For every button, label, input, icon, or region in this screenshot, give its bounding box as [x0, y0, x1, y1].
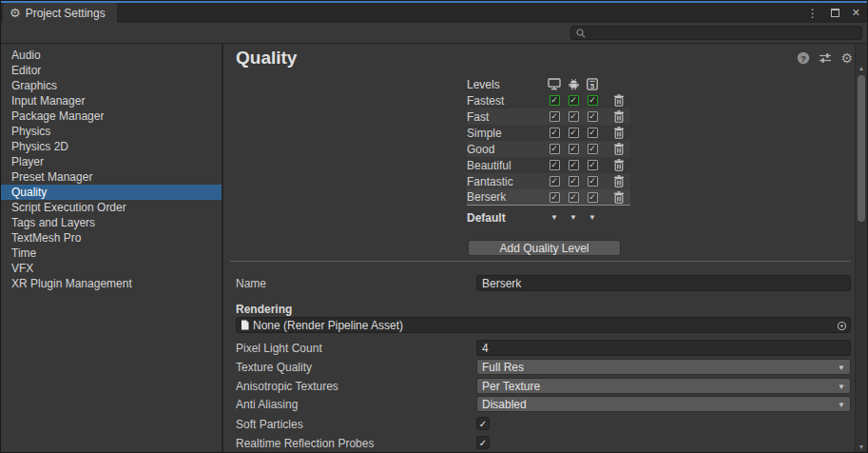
default-dropdown-webgl[interactable]: ▼	[588, 213, 596, 222]
sidebar-item[interactable]: Physics 2D	[1, 139, 222, 154]
quality-level-name[interactable]: Simple	[467, 127, 502, 140]
sidebar-item[interactable]: Time	[1, 246, 222, 261]
realtime-reflection-probes-checkbox[interactable]: ✓	[476, 436, 490, 449]
content-area: Audio Editor Graphics Input Manager Pack…	[1, 44, 867, 453]
platform-checkbox-android[interactable]: ✓	[569, 128, 579, 138]
panel-header-icons: ? ⚙	[797, 51, 853, 65]
sidebar-item[interactable]: Physics	[1, 124, 222, 139]
sidebar-item-label: XR Plugin Management	[11, 277, 132, 290]
pixel-light-count-row: Pixel Light Count 4	[236, 340, 851, 356]
platform-checkbox-webgl[interactable]: ✓	[588, 111, 598, 122]
trash-icon[interactable]	[613, 191, 625, 204]
sidebar-item-label: VFX	[11, 262, 33, 275]
quality-level-name[interactable]: Fast	[467, 110, 489, 124]
toolbar	[1, 23, 867, 44]
scroll-down-icon[interactable]: ▼	[856, 443, 867, 450]
platform-checkbox-android[interactable]: ✓	[569, 160, 579, 170]
sidebar-item[interactable]: Editor	[1, 63, 222, 78]
sidebar-item[interactable]: Script Execution Order	[1, 200, 222, 215]
add-quality-level-button[interactable]: Add Quality Level	[468, 240, 621, 256]
quality-level-name[interactable]: Beautiful	[467, 159, 511, 172]
default-dropdown-android[interactable]: ▼	[569, 213, 577, 222]
platform-checkbox-android[interactable]: ✓	[569, 111, 579, 122]
render-pipeline-object-field[interactable]: None (Render Pipeline Asset)	[236, 317, 851, 333]
search-input[interactable]	[570, 26, 862, 40]
trash-icon[interactable]	[613, 127, 625, 139]
anisotropic-textures-label: Anisotropic Textures	[236, 380, 338, 393]
platform-checkbox-webgl[interactable]: ✓	[588, 192, 598, 203]
name-label: Name	[236, 277, 266, 290]
platform-checkbox-desktop[interactable]: ✓	[550, 192, 560, 203]
platform-checkbox-desktop[interactable]: ✓	[550, 160, 560, 170]
trash-icon[interactable]	[613, 94, 625, 107]
sidebar-item[interactable]: Preset Manager	[1, 169, 222, 185]
sidebar-item-label: Physics	[11, 125, 50, 138]
trash-icon[interactable]	[613, 159, 625, 171]
sidebar-item[interactable]: Graphics	[1, 78, 222, 93]
search-icon	[576, 29, 586, 38]
platform-checkbox-webgl[interactable]: ✓	[588, 160, 598, 170]
quality-levels-matrix: Levels 5 Fastest	[467, 76, 630, 226]
sidebar-item[interactable]: Tags and Layers	[1, 215, 222, 230]
main-scrollbar[interactable]: ▲ ▼	[855, 44, 867, 453]
trash-icon[interactable]	[613, 175, 625, 187]
platform-checkbox-android[interactable]: ✓	[569, 144, 579, 154]
sidebar-item[interactable]: XR Plugin Management	[1, 276, 222, 291]
texture-quality-label: Texture Quality	[236, 361, 312, 374]
sidebar-item-label: Audio	[11, 49, 41, 62]
object-picker-icon[interactable]	[837, 321, 847, 331]
platform-checkbox-webgl[interactable]: ✓	[588, 95, 598, 106]
maximize-icon[interactable]	[831, 9, 839, 17]
anti-aliasing-label: Anti Aliasing	[236, 398, 298, 411]
sidebar-item-label: Time	[11, 246, 36, 260]
section-divider	[230, 261, 851, 262]
platform-checkbox-desktop[interactable]: ✓	[550, 176, 560, 187]
sidebar-item[interactable]: Quality	[1, 185, 222, 200]
levels-header-label: Levels	[467, 78, 500, 91]
platform-checkbox-desktop[interactable]: ✓	[550, 128, 560, 138]
trash-icon[interactable]	[613, 110, 625, 123]
tab-project-settings[interactable]: ⚙ Project Settings	[3, 3, 117, 23]
platform-checkbox-android[interactable]: ✓	[569, 176, 579, 187]
scroll-up-icon[interactable]: ▲	[856, 65, 867, 71]
trash-icon[interactable]	[613, 143, 625, 155]
help-icon[interactable]: ?	[797, 51, 810, 65]
anti-aliasing-row: Anti Aliasing Disabled ▼	[236, 396, 851, 412]
platform-checkbox-webgl[interactable]: ✓	[588, 128, 598, 138]
anisotropic-textures-dropdown[interactable]: Per Texture ▼	[476, 378, 851, 394]
quality-level-name[interactable]: Berserk	[467, 190, 506, 204]
quality-level-name[interactable]: Fastest	[467, 94, 504, 108]
sidebar-item-label: Tags and Layers	[11, 216, 95, 229]
default-dropdown-desktop[interactable]: ▼	[550, 213, 558, 222]
soft-particles-checkbox[interactable]: ✓	[476, 417, 490, 430]
platform-checkbox-desktop[interactable]: ✓	[550, 95, 560, 106]
sidebar-item[interactable]: Audio	[1, 48, 222, 63]
platform-checkbox-android[interactable]: ✓	[569, 192, 579, 203]
project-settings-window: ⚙ Project Settings ⋮ ✕ Audio Editor	[0, 0, 868, 453]
preset-icon[interactable]	[819, 52, 832, 64]
sidebar-item[interactable]: VFX	[1, 261, 222, 276]
sidebar-item[interactable]: Package Manager	[1, 108, 222, 124]
anti-aliasing-dropdown[interactable]: Disabled ▼	[476, 396, 851, 412]
name-input[interactable]: Berserk	[476, 275, 851, 291]
sidebar-item[interactable]: Input Manager	[1, 93, 222, 108]
texture-quality-dropdown[interactable]: Full Res ▼	[476, 359, 851, 375]
close-icon[interactable]: ✕	[852, 8, 860, 18]
tab-title: Project Settings	[26, 7, 106, 20]
scrollbar-thumb[interactable]	[858, 75, 865, 222]
sidebar-item[interactable]: TextMesh Pro	[1, 230, 222, 246]
sidebar-item-label: Editor	[11, 64, 41, 77]
platform-checkbox-desktop[interactable]: ✓	[550, 111, 560, 122]
rendering-section-header: Rendering	[236, 303, 292, 316]
quality-level-name[interactable]: Good	[467, 143, 494, 156]
panel-gear-icon[interactable]: ⚙	[840, 51, 853, 65]
platform-checkbox-android[interactable]: ✓	[569, 95, 579, 106]
platform-checkbox-webgl[interactable]: ✓	[588, 144, 598, 154]
sidebar-item[interactable]: Player	[1, 154, 222, 169]
pixel-light-count-input[interactable]: 4	[476, 340, 851, 356]
platform-checkbox-desktop[interactable]: ✓	[550, 144, 560, 154]
quality-level-name[interactable]: Fantastic	[467, 175, 513, 188]
platform-checkbox-webgl[interactable]: ✓	[588, 176, 598, 187]
window-menu-icon[interactable]: ⋮	[807, 8, 819, 19]
realtime-reflection-probes-row: Realtime Reflection Probes ✓	[236, 435, 851, 451]
